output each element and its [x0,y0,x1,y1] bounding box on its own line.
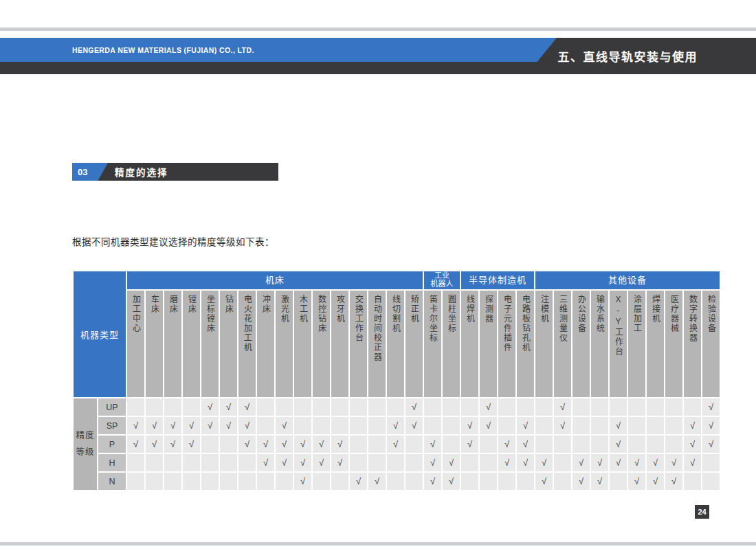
col-header-14: 线切割机 [387,291,404,397]
cell-SP-29 [647,417,664,434]
precision-grade-table: 机器类型机床工业机器人半导体制造机其他设备加工中心车床磨床镗床坐标镗床钻床电火花… [72,270,721,491]
col-header-26: X-Y工作台 [610,291,627,397]
cell-N-16 [405,473,423,490]
cell-H-4 [183,454,200,471]
cell-P-8: √ [257,436,274,453]
col-header-22: 注模机 [535,291,553,397]
cell-UP-9 [276,398,293,416]
cell-P-7: √ [238,436,256,453]
cell-SP-15: √ [387,417,404,434]
cell-H-22: √ [517,454,534,471]
page-top-edge [0,27,756,31]
cell-SP-31: √ [684,417,701,434]
cell-N-5 [201,473,219,490]
cell-UP-3 [164,398,181,416]
intro-text: 根据不同机器类型建议选择的精度等级如下表： [72,234,274,248]
cell-P-29 [647,436,664,453]
col-header-9: 木工机 [294,291,311,397]
cell-SP-23 [535,417,553,434]
cell-SP-16: √ [405,417,423,434]
group-header-1: 工业机器人 [424,271,460,289]
cell-H-12: √ [331,454,348,471]
cell-UP-6: √ [220,398,237,416]
row-label-P: P [98,436,126,453]
cell-H-27: √ [610,454,627,471]
cell-UP-32: √ [702,398,720,416]
col-header-1: 车床 [146,291,163,397]
cell-P-32: √ [702,436,720,453]
cell-UP-16: √ [405,398,423,416]
cell-SP-24: √ [554,417,571,434]
group-header-3: 其他设备 [535,271,720,289]
cell-P-14 [368,436,386,453]
cell-N-19 [461,473,478,490]
cell-N-22 [517,473,534,490]
cell-H-8: √ [257,454,274,471]
cell-SP-2: √ [146,417,163,434]
col-header-7: 冲床 [257,291,274,397]
cell-SP-4: √ [183,417,200,434]
cell-N-31 [684,473,701,490]
cell-SP-32: √ [702,417,720,434]
cell-SP-22: √ [517,417,534,434]
cell-H-14 [368,454,386,471]
cell-H-31: √ [684,454,701,471]
cell-H-16 [405,454,423,471]
cell-P-15: √ [387,436,404,453]
cell-SP-20: √ [480,417,497,434]
cell-SP-19: √ [461,417,478,434]
row-label-N: N [98,473,126,490]
cell-P-6 [220,436,237,453]
col-header-19: 探测器 [480,291,497,397]
cell-N-21 [498,473,515,490]
cell-P-24 [554,436,571,453]
cell-UP-23 [535,398,553,416]
col-header-17: 圆柱坐标 [443,291,460,397]
col-header-16: 笛卡尔坐标 [424,291,441,397]
col-header-2: 磨床 [164,291,181,397]
cell-UP-26 [591,398,608,416]
cell-UP-24: √ [554,398,571,416]
cell-H-29: √ [647,454,664,471]
cell-SP-7: √ [238,417,256,434]
cell-SP-12 [331,417,348,434]
cell-N-17: √ [424,473,441,490]
cell-UP-13 [350,398,367,416]
group-header-2: 半导体制造机 [461,271,534,289]
cell-H-3 [164,454,181,471]
cell-N-12 [331,473,348,490]
cell-UP-8 [257,398,274,416]
cell-P-25 [572,436,590,453]
col-header-23: 三维测量仪 [554,291,571,397]
cell-P-31: √ [684,436,701,453]
cell-SP-3: √ [164,417,181,434]
col-header-13: 自动时间校正器 [368,291,386,397]
cell-N-11 [313,473,330,490]
row-label-SP: SP [98,417,126,434]
cell-H-23: √ [535,454,553,471]
cell-UP-19 [461,398,478,416]
cell-H-28: √ [628,454,645,471]
cell-N-29: √ [647,473,664,490]
cell-P-16 [405,436,423,453]
cell-N-1 [127,473,144,490]
cell-H-24 [554,454,571,471]
col-header-28: 焊接机 [647,291,664,397]
cell-N-4 [183,473,200,490]
cell-SP-27: √ [610,417,627,434]
cell-N-6 [220,473,237,490]
cell-UP-28 [628,398,645,416]
cell-UP-22 [517,398,534,416]
cell-N-26: √ [591,473,608,490]
page-bottom-edge [0,542,756,546]
cell-P-12: √ [331,436,348,453]
cell-SP-17 [424,417,441,434]
cell-P-11: √ [313,436,330,453]
col-header-10: 数控钻床 [313,291,330,397]
cell-H-10: √ [294,454,311,471]
group-header-0: 机床 [127,271,423,289]
company-name: HENGERDA NEW MATERIALS (FUJIAN) CO., LTD… [72,38,254,62]
section-heading-bar: 03 精度的选择 [72,163,278,181]
cell-P-20 [480,436,497,453]
cell-P-10: √ [294,436,311,453]
